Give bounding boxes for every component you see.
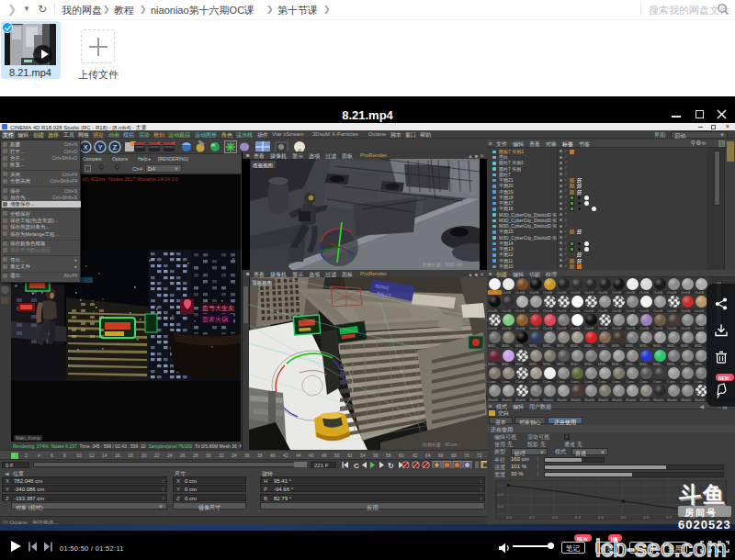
svg-text:0.4: 0.4 bbox=[498, 504, 504, 509]
svg-text:比例长度 : 60 cm: 比例长度 : 60 cm bbox=[423, 442, 458, 448]
svg-text:0.0: 0.0 bbox=[506, 515, 513, 520]
svg-text:比例长度 : 5000 cm: 比例长度 : 5000 cm bbox=[423, 262, 462, 268]
svg-text:0.2: 0.2 bbox=[498, 492, 504, 497]
svg-text:0.6: 0.6 bbox=[643, 515, 650, 520]
svg-text:0.1: 0.1 bbox=[529, 515, 536, 520]
svg-text:顶视视图: 顶视视图 bbox=[252, 280, 272, 286]
svg-text:Z: Z bbox=[113, 144, 118, 151]
svg-text:0.4: 0.4 bbox=[598, 515, 605, 520]
svg-text:0.7: 0.7 bbox=[666, 515, 673, 520]
svg-text:Y: Y bbox=[98, 144, 103, 151]
svg-text:0.5: 0.5 bbox=[621, 515, 628, 520]
svg-text:透视视图: 透视视图 bbox=[253, 162, 273, 169]
svg-text:血亏大生卖: 血亏大生卖 bbox=[202, 305, 234, 312]
svg-text:雷霁火锅: 雷霁火锅 bbox=[202, 316, 228, 323]
svg-text:0.3: 0.3 bbox=[575, 515, 582, 520]
svg-text:X: X bbox=[84, 144, 88, 151]
svg-text:0.2: 0.2 bbox=[552, 515, 559, 520]
